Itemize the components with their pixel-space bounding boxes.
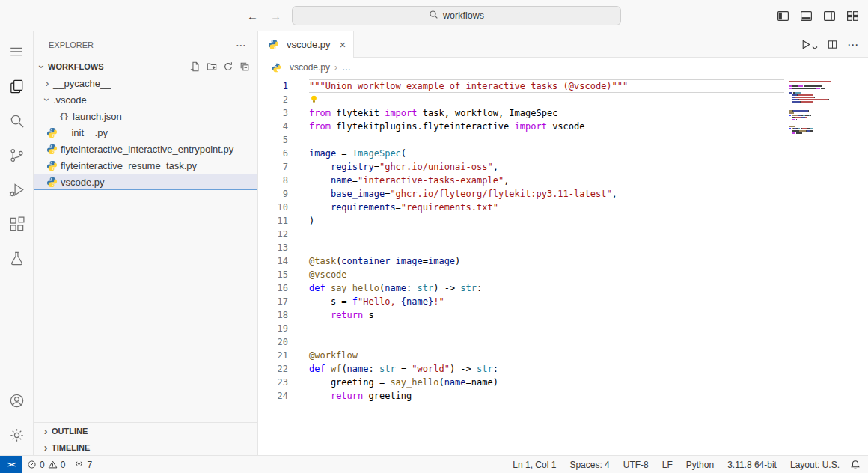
code-line-23[interactable]: 23 greeting = say_hello(name=name)	[258, 376, 868, 389]
chevron-right-icon: ›	[41, 78, 53, 88]
outline-label: OUTLINE	[52, 427, 88, 436]
line-number: 7	[258, 160, 288, 174]
problems-indicator[interactable]: 0 0	[22, 457, 70, 473]
line-number: 16	[258, 281, 288, 295]
code-line-24[interactable]: 24 return greeting	[258, 389, 868, 403]
code-line-14[interactable]: 14@task(container_image=image)	[258, 254, 868, 268]
notifications-bell-icon[interactable]	[849, 460, 861, 470]
code-line-6[interactable]: 6image = ImageSpec(	[258, 147, 868, 160]
code-line-18[interactable]: 18 return s	[258, 308, 868, 322]
lightbulb-icon[interactable]	[309, 94, 319, 104]
run-python-file-button[interactable]	[800, 39, 818, 50]
explorer-more-icon[interactable]: ⋯	[236, 39, 247, 51]
code-line-19[interactable]: 19	[258, 322, 868, 335]
tree-item-flyteinteractive_resume_task.py[interactable]: flyteinteractive_resume_task.py	[34, 157, 257, 174]
code-line-content	[309, 322, 784, 335]
vscode-window: ← → workflows	[0, 0, 868, 473]
customize-layout-icon[interactable]	[846, 10, 859, 22]
code-line-content: image = ImageSpec(	[309, 147, 784, 160]
cursor-position[interactable]: Ln 1, Col 1	[508, 460, 560, 470]
code-line-22[interactable]: 22def wf(name: str = "world") -> str:	[258, 362, 868, 376]
ports-indicator[interactable]: 7	[70, 457, 97, 473]
source-control-icon[interactable]	[0, 138, 34, 172]
explorer-icon[interactable]	[0, 69, 34, 103]
minimap[interactable]	[789, 81, 838, 135]
command-center-search[interactable]: workflows	[292, 6, 621, 25]
language-mode[interactable]: Python	[682, 460, 718, 470]
code-line-16[interactable]: 16def say_hello(name: str) -> str:	[258, 281, 868, 295]
code-line-content	[309, 228, 784, 241]
code-line-content: s = f"Hello, {name}!"	[309, 295, 784, 308]
extensions-icon[interactable]	[0, 207, 34, 241]
split-editor-icon[interactable]	[827, 39, 838, 50]
python-interpreter[interactable]: 3.11.8 64-bit	[723, 460, 781, 470]
collapse-all-icon[interactable]	[239, 61, 250, 72]
outline-section[interactable]: › OUTLINE	[34, 422, 257, 439]
code-line-5[interactable]: 5	[258, 133, 868, 147]
code-line-content: return s	[309, 308, 784, 322]
error-icon	[27, 460, 37, 469]
new-folder-icon[interactable]	[207, 61, 217, 72]
new-file-icon[interactable]	[190, 61, 201, 72]
search-view-icon[interactable]	[0, 103, 34, 138]
remote-indicator[interactable]: ><	[0, 456, 22, 473]
explorer-title: EXPLORER	[49, 40, 94, 49]
tree-item-__pycache__[interactable]: ›__pycache__	[34, 75, 257, 91]
tree-item-vscode.py[interactable]: vscode.py	[34, 174, 257, 190]
line-number: 24	[258, 389, 288, 403]
code-line-content	[309, 241, 784, 254]
python-file-icon	[267, 39, 280, 50]
tree-item-.vscode[interactable]: ›.vscode	[34, 91, 257, 108]
code-line-12[interactable]: 12	[258, 228, 868, 241]
code-line-13[interactable]: 13	[258, 241, 868, 254]
code-line-content	[309, 133, 784, 147]
toggle-secondary-sidebar-icon[interactable]	[823, 10, 836, 22]
toggle-panel-icon[interactable]	[800, 10, 813, 22]
breadcrumb-file[interactable]: vscode.py	[290, 62, 330, 73]
code-line-20[interactable]: 20	[258, 335, 868, 349]
indentation[interactable]: Spaces: 4	[565, 460, 614, 470]
nav-forward-icon[interactable]: →	[270, 10, 281, 22]
code-line-1[interactable]: 1"""Union workflow example of interactiv…	[258, 79, 868, 93]
timeline-section[interactable]: › TIMELINE	[34, 439, 257, 455]
code-line-4[interactable]: 4from flytekitplugins.flyteinteractive i…	[258, 120, 868, 133]
code-line-2[interactable]: 2	[258, 93, 868, 106]
ports-icon	[74, 460, 84, 469]
code-line-content: )	[309, 214, 784, 228]
code-line-7[interactable]: 7 registry="ghcr.io/unionai-oss",	[258, 160, 868, 174]
code-line-8[interactable]: 8 name="interactive-tasks-example",	[258, 174, 868, 187]
nav-back-icon[interactable]: ←	[247, 10, 258, 22]
tree-item-flyteinteractive_interactive_entrypoint.py[interactable]: flyteinteractive_interactive_entrypoint.…	[34, 141, 257, 157]
code-editor[interactable]: 1"""Union workflow example of interactiv…	[258, 77, 868, 455]
line-number: 10	[258, 201, 288, 214]
code-line-17[interactable]: 17 s = f"Hello, {name}!"	[258, 295, 868, 308]
account-icon[interactable]	[0, 383, 34, 418]
refresh-icon[interactable]	[223, 61, 233, 72]
editor-more-actions-icon[interactable]: ⋯	[847, 38, 859, 52]
testing-flask-icon[interactable]	[0, 241, 34, 275]
tree-item-__init__.py[interactable]: __init__.py	[34, 124, 257, 141]
code-line-21[interactable]: 21@workflow	[258, 349, 868, 362]
tree-item-launch.json[interactable]: {}launch.json	[34, 108, 257, 124]
workflows-section-header[interactable]: › WORKFLOWS	[34, 58, 257, 75]
run-debug-icon[interactable]	[0, 172, 34, 207]
warning-icon	[48, 460, 58, 469]
settings-gear-icon[interactable]	[0, 418, 34, 452]
breadcrumb[interactable]: vscode.py › …	[258, 58, 868, 77]
code-line-11[interactable]: 11)	[258, 214, 868, 228]
tab-vscode-py[interactable]: vscode.py ×	[258, 31, 354, 58]
code-line-3[interactable]: 3from flytekit import task, workflow, Im…	[258, 106, 868, 120]
line-number: 14	[258, 254, 288, 268]
line-number: 17	[258, 295, 288, 308]
error-count: 0	[40, 460, 45, 470]
menu-icon[interactable]	[0, 34, 34, 69]
encoding[interactable]: UTF-8	[619, 460, 653, 470]
eol[interactable]: LF	[658, 460, 677, 470]
breadcrumb-symbol[interactable]: …	[342, 62, 351, 73]
code-line-9[interactable]: 9 base_image="ghcr.io/flyteorg/flytekit:…	[258, 187, 868, 201]
keyboard-layout[interactable]: Layout: U.S.	[786, 460, 844, 470]
toggle-primary-sidebar-icon[interactable]	[777, 10, 789, 22]
code-line-15[interactable]: 15@vscode	[258, 268, 868, 281]
code-line-10[interactable]: 10 requirements="requirements.txt"	[258, 201, 868, 214]
close-tab-icon[interactable]: ×	[340, 39, 346, 50]
